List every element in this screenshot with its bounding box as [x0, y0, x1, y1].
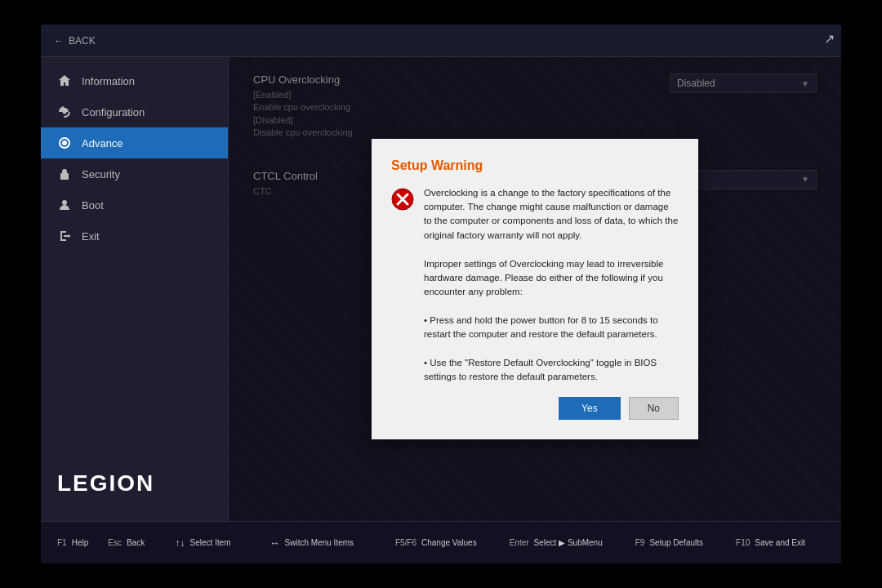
yes-button[interactable]: Yes	[559, 397, 621, 420]
f10-action: Save and Exit	[755, 538, 805, 547]
bottom-right-hints: F5/F6 Change Values Enter Select ▶ SubMe…	[395, 538, 825, 547]
sidebar-item-security[interactable]: Security	[41, 158, 228, 189]
f9-hint: F9 Setup Defaults	[635, 538, 703, 547]
sidebar-item-label: Information	[82, 75, 135, 87]
switch-menu-action: Switch Menu Items	[285, 538, 354, 547]
sidebar-item-label: Exit	[82, 230, 100, 243]
no-button[interactable]: No	[629, 397, 679, 420]
back-label: BACK	[69, 35, 96, 47]
svg-rect-1	[60, 173, 69, 180]
main-content: Information Configuration Advance	[41, 57, 841, 521]
select-item-action: Select Item	[190, 538, 231, 547]
f9-key: F9	[635, 538, 645, 547]
dialog-para1: Overclocking is a change to the factory …	[424, 186, 679, 243]
dialog-buttons: Yes No	[391, 397, 679, 420]
sidebar: Information Configuration Advance	[41, 57, 229, 521]
up-down-arrow-icon: ↑↓	[176, 537, 185, 549]
top-bar: ← BACK ↗	[41, 24, 841, 57]
f9-action: Setup Defaults	[649, 538, 703, 547]
config-icon	[57, 105, 72, 119]
brand-logo: LEGION	[57, 470, 212, 497]
lock-icon	[57, 167, 72, 181]
sidebar-item-label: Configuration	[82, 106, 145, 118]
advance-icon	[57, 136, 72, 150]
cursor-indicator: ↗	[824, 31, 835, 47]
f1-action: Help	[72, 538, 89, 547]
sidebar-item-information[interactable]: Information	[41, 65, 228, 96]
setup-warning-dialog: Setup Warning Overcloc	[372, 139, 698, 439]
svg-point-2	[62, 200, 67, 205]
switch-menu-hint: ↔ Switch Menu Items	[270, 537, 354, 549]
esc-action: Back	[127, 538, 145, 547]
home-icon	[57, 74, 72, 88]
f5f6-key: F5/F6	[395, 538, 416, 547]
enter-action: Select ▶ SubMenu	[534, 538, 603, 547]
f5f6-action: Change Values	[421, 538, 477, 547]
content-panel: CPU Overclocking [Enabled]Enable cpu ove…	[229, 57, 841, 521]
f10-key: F10	[736, 538, 750, 547]
sidebar-item-exit[interactable]: Exit	[41, 220, 228, 252]
dialog-title: Setup Warning	[391, 158, 679, 173]
f10-hint: F10 Save and Exit	[736, 538, 805, 547]
sidebar-item-label: Security	[82, 168, 120, 180]
logo-area: LEGION	[41, 454, 228, 513]
dialog-para2: Improper settings of Overclocking may le…	[424, 257, 679, 384]
monitor-bezel: ← BACK ↗ Information Configur	[41, 24, 841, 564]
boot-icon	[57, 198, 72, 212]
esc-hint: Esc Back	[108, 538, 145, 547]
sidebar-item-label: Boot	[82, 199, 104, 212]
back-arrow-icon: ←	[54, 35, 64, 47]
dialog-text-content: Overclocking is a change to the factory …	[424, 186, 679, 384]
bottom-bar: F1 Help Esc Back ↑↓ Select Item ↔ Switch…	[41, 521, 841, 564]
sidebar-item-label: Advance	[82, 137, 123, 149]
bottom-center-hints: ↑↓ Select Item ↔ Switch Menu Items	[176, 537, 374, 549]
left-right-arrow-icon: ↔	[270, 537, 280, 549]
exit-icon	[57, 229, 72, 243]
dialog-body: Overclocking is a change to the factory …	[391, 186, 679, 384]
select-item-hint: ↑↓ Select Item	[176, 537, 231, 549]
sidebar-item-boot[interactable]: Boot	[41, 189, 228, 220]
sidebar-item-advance[interactable]: Advance	[41, 127, 228, 158]
esc-key: Esc	[108, 538, 122, 547]
enter-hint: Enter Select ▶ SubMenu	[510, 538, 603, 547]
back-button[interactable]: ← BACK	[54, 35, 96, 47]
bios-screen: ← BACK ↗ Information Configur	[41, 24, 841, 564]
f1-hint: F1 Help	[57, 538, 88, 547]
f1-key: F1	[57, 538, 67, 547]
sidebar-item-configuration[interactable]: Configuration	[41, 96, 228, 127]
enter-key: Enter	[510, 538, 529, 547]
dialog-overlay: Setup Warning Overcloc	[229, 57, 841, 521]
f5f6-hint: F5/F6 Change Values	[395, 538, 477, 547]
warning-icon	[391, 188, 414, 384]
